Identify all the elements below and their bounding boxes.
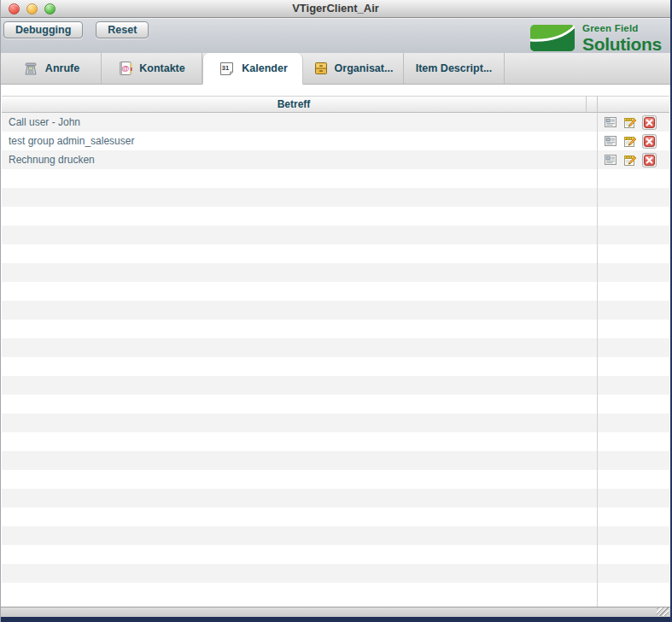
tab-kalender[interactable]: 31 Kalender [202,53,303,85]
zoom-icon[interactable] [44,3,56,15]
table-row [2,263,669,282]
toolbar: Debugging Reset Green Field Solutions [1,18,670,53]
tab-label: Item Descript... [416,62,493,74]
logo-text-bottom: Solutions [582,35,662,53]
table-row [2,451,669,470]
delete-icon[interactable] [642,134,657,149]
table-row [2,207,669,226]
betreff-cell: test group admin_salesuser [2,135,598,147]
table-row[interactable]: Rechnung drucken [2,150,669,169]
bottom-border-bar [1,617,670,622]
logo-icon [530,25,575,51]
table-row [2,432,669,451]
reset-button[interactable]: Reset [96,21,149,38]
svg-text:@: @ [122,64,130,73]
tab-kontakte[interactable]: @ Kontakte [102,53,202,85]
address-book-icon: @ [118,61,133,76]
row-actions [598,153,669,167]
tab-label: Kontakte [139,62,184,74]
logo-text-top: Green Field [582,24,662,34]
column-header-spacer [587,97,598,112]
tab-label: Organisat... [335,62,394,74]
calendar-table: Betreff Call user - John test group admi… [2,96,669,607]
view-icon[interactable] [603,153,617,167]
calendar-badge: 31 [222,63,229,71]
table-row [2,188,669,207]
app-window: VTigerClient_Air Debugging Reset Green F… [0,0,672,622]
status-bar [1,607,670,617]
table-row [2,226,669,244]
company-logo: Green Field Solutions [530,24,662,53]
edit-icon[interactable] [622,153,637,167]
table-row [2,338,669,357]
view-icon[interactable] [603,134,617,149]
table-row [2,169,669,188]
table-row [2,564,669,583]
tab-bar: Anrufe @ Kontakte 31 Kalender [1,53,670,85]
tabbar-filler [505,53,670,85]
window-controls [9,3,56,15]
phone-icon [22,62,39,76]
tab-label: Anrufe [45,62,79,74]
edit-icon[interactable] [622,115,637,130]
table-row [2,545,669,564]
view-icon[interactable] [603,115,617,130]
tab-label: Kalender [242,62,288,74]
table-header: Betreff [2,96,669,113]
table-row [2,414,669,432]
resize-grip-icon[interactable] [657,607,669,616]
close-icon[interactable] [9,3,20,15]
row-actions [598,115,669,130]
content-area: Betreff Call user - John test group admi… [1,96,670,622]
betreff-cell: Rechnung drucken [2,154,598,166]
minimize-icon[interactable] [26,3,38,15]
table-row [2,395,669,414]
table-row [2,526,669,545]
table-row [2,301,669,320]
table-row [2,376,669,395]
window-title: VTigerClient_Air [1,0,670,17]
delete-icon[interactable] [642,115,657,130]
titlebar: VTigerClient_Air [1,0,670,18]
table-row [2,583,669,601]
table-row [2,320,669,338]
table-row[interactable]: Call user - John [2,113,669,132]
debugging-button[interactable]: Debugging [3,21,83,38]
table-row [2,470,669,489]
calendar-icon: 31 [218,61,236,77]
delete-icon[interactable] [642,153,657,167]
tab-organisationen[interactable]: Organisat... [303,53,404,85]
column-header-betreff[interactable]: Betreff [2,97,587,112]
table-row [2,282,669,301]
edit-icon[interactable] [622,134,637,149]
table-row[interactable]: test group admin_salesuser [2,132,669,150]
column-header-actions [598,97,669,112]
betreff-cell: Call user - John [2,116,598,128]
table-row [2,489,669,508]
drawer-icon [313,61,329,76]
table-row [2,357,669,376]
table-row [2,244,669,263]
tab-anrufe[interactable]: Anrufe [1,53,102,85]
tab-item-description[interactable]: Item Descript... [404,53,505,85]
table-row [2,508,669,526]
table-body: Call user - John test group admin_salesu… [2,113,669,607]
row-actions [598,134,669,149]
